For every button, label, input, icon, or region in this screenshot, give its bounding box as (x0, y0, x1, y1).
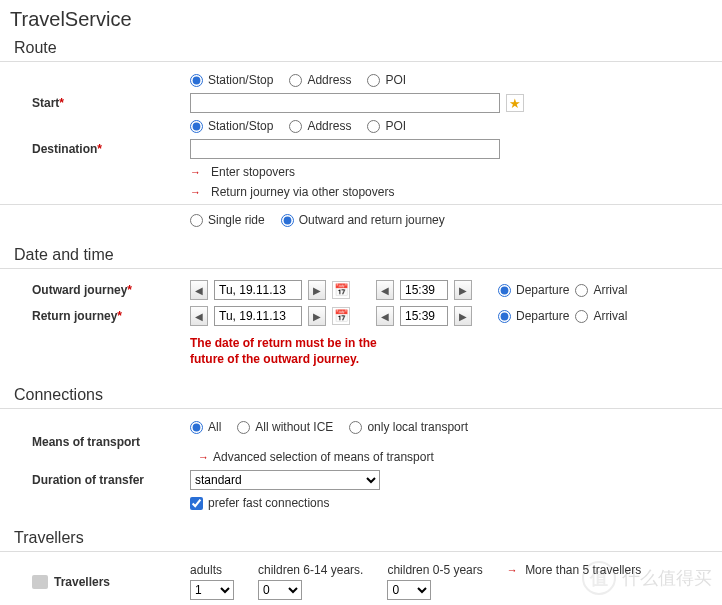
required-marker: * (97, 142, 102, 156)
duration-label: Duration of transfer (0, 473, 190, 487)
return-label: Return journey (32, 309, 117, 323)
outward-arrival[interactable]: Arrival (575, 283, 627, 297)
date-error: The date of return must be in the future… (190, 332, 380, 367)
route-heading: Route (0, 33, 722, 62)
time-prev-icon[interactable]: ◀ (376, 280, 394, 300)
advanced-means-link[interactable]: Advanced selection of means of transport (213, 450, 434, 464)
arrow-icon: → (190, 166, 201, 178)
dest-type-address[interactable]: Address (289, 119, 351, 133)
outward-date-input[interactable] (214, 280, 302, 300)
return-time-input[interactable] (400, 306, 448, 326)
destination-label: Destination (32, 142, 97, 156)
start-type-address[interactable]: Address (289, 73, 351, 87)
arrow-icon: → (507, 564, 518, 576)
dest-type-poi[interactable]: POI (367, 119, 406, 133)
date-prev-icon[interactable]: ◀ (190, 280, 208, 300)
start-label: Start (32, 96, 59, 110)
duration-select[interactable]: standard (190, 470, 380, 490)
time-next-icon[interactable]: ▶ (454, 280, 472, 300)
return-date-input[interactable] (214, 306, 302, 326)
trip-return[interactable]: Outward and return journey (281, 213, 445, 227)
time-next-icon[interactable]: ▶ (454, 306, 472, 326)
means-label: Means of transport (0, 435, 190, 449)
children614-head: children 6-14 years. (258, 563, 363, 577)
date-next-icon[interactable]: ▶ (308, 306, 326, 326)
arrow-icon: → (198, 451, 209, 463)
outward-departure[interactable]: Departure (498, 283, 569, 297)
means-all[interactable]: All (190, 420, 221, 434)
adults-head: adults (190, 563, 234, 577)
children05-head: children 0-5 years (387, 563, 482, 577)
required-marker: * (59, 96, 64, 110)
outward-time-input[interactable] (400, 280, 448, 300)
page-title: TravelService (0, 0, 722, 33)
date-next-icon[interactable]: ▶ (308, 280, 326, 300)
connections-heading: Connections (0, 380, 722, 409)
traveller-icon (32, 575, 48, 589)
enter-stopovers-link[interactable]: Enter stopovers (211, 165, 295, 179)
means-local[interactable]: only local transport (349, 420, 468, 434)
dest-type-station[interactable]: Station/Stop (190, 119, 273, 133)
time-prev-icon[interactable]: ◀ (376, 306, 394, 326)
start-type-station[interactable]: Station/Stop (190, 73, 273, 87)
date-prev-icon[interactable]: ◀ (190, 306, 208, 326)
return-departure[interactable]: Departure (498, 309, 569, 323)
return-arrival[interactable]: Arrival (575, 309, 627, 323)
calendar-icon[interactable]: 📅 (332, 281, 350, 299)
start-input[interactable] (190, 93, 500, 113)
trip-single[interactable]: Single ride (190, 213, 265, 227)
children614-select[interactable]: 0 (258, 580, 302, 600)
travellers-heading: Travellers (0, 523, 722, 552)
return-stopovers-link[interactable]: Return journey via other stopovers (211, 185, 394, 199)
favorite-icon[interactable]: ★ (506, 94, 524, 112)
adults-select[interactable]: 1 (190, 580, 234, 600)
children05-select[interactable]: 0 (387, 580, 431, 600)
datetime-heading: Date and time (0, 240, 722, 269)
means-no-ice[interactable]: All without ICE (237, 420, 333, 434)
destination-input[interactable] (190, 139, 500, 159)
arrow-icon: → (190, 186, 201, 198)
travellers-label: Travellers (54, 575, 110, 589)
outward-label: Outward journey (32, 283, 127, 297)
prefer-fast-checkbox[interactable]: prefer fast connections (190, 496, 329, 510)
more-travellers-link[interactable]: More than 5 travellers (525, 563, 641, 577)
start-type-poi[interactable]: POI (367, 73, 406, 87)
calendar-icon[interactable]: 📅 (332, 307, 350, 325)
